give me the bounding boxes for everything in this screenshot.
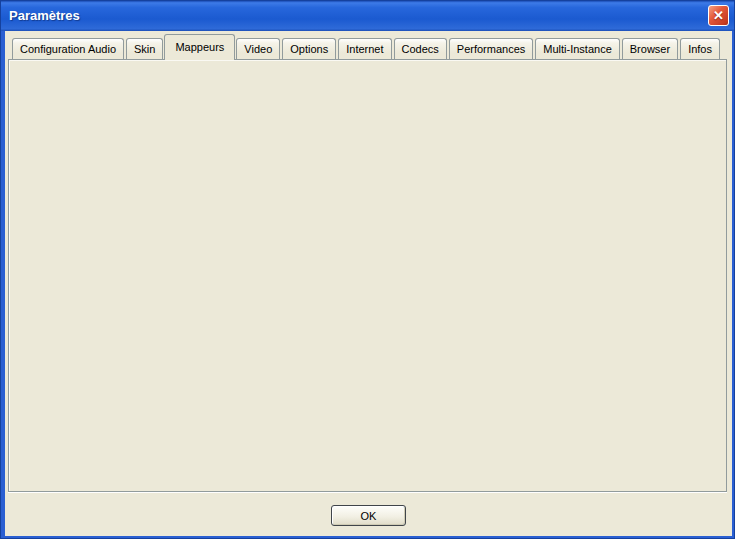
close-icon: ✕	[713, 9, 724, 22]
tab-multi-instance[interactable]: Multi-Instance	[535, 38, 619, 59]
tab-video[interactable]: Video	[236, 38, 280, 59]
mappers-tab-page	[8, 59, 727, 492]
tab-strip: Configuration AudioSkinMappeursVideoOpti…	[12, 34, 720, 59]
titlebar[interactable]: Paramètres ✕	[1, 1, 734, 31]
settings-dialog: Paramètres ✕ Configuration AudioSkinMapp…	[0, 0, 735, 539]
tab-internet[interactable]: Internet	[338, 38, 391, 59]
tab-performances[interactable]: Performances	[449, 38, 533, 59]
close-button[interactable]: ✕	[708, 5, 729, 26]
dialog-client-area: Configuration AudioSkinMappeursVideoOpti…	[5, 31, 732, 536]
window-title: Paramètres	[9, 1, 80, 30]
tab-options[interactable]: Options	[282, 38, 336, 59]
ok-button[interactable]: OK	[331, 505, 406, 526]
tab-infos[interactable]: Infos	[680, 38, 720, 59]
tab-mappeurs[interactable]: Mappeurs	[164, 34, 235, 60]
tab-skin[interactable]: Skin	[126, 38, 163, 59]
tab-browser[interactable]: Browser	[622, 38, 678, 59]
tab-configuration-audio[interactable]: Configuration Audio	[12, 38, 124, 59]
tab-codecs[interactable]: Codecs	[394, 38, 447, 59]
